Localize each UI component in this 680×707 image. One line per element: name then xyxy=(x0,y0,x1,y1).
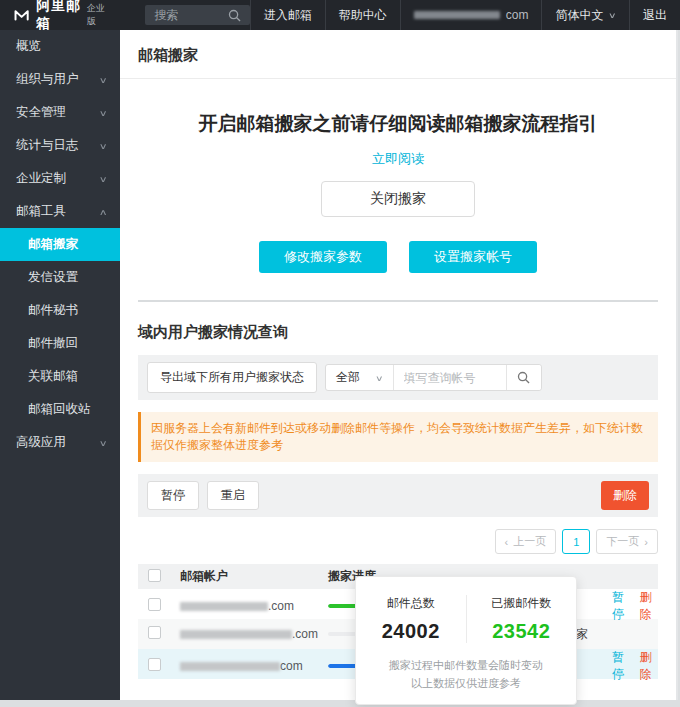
bulk-actions-bar: 暂停 重启 删除 xyxy=(138,474,658,517)
sidebar-nav: 概览组织与用户∨安全管理∨统计与日志∨企业定制∨邮箱工具∧邮箱搬家发信设置邮件秘… xyxy=(0,30,120,700)
account-cell: .com xyxy=(180,627,328,641)
modify-migration-params-button[interactable]: 修改搬家参数 xyxy=(259,241,387,273)
read-now-link[interactable]: 立即阅读 xyxy=(372,150,424,168)
redacted-email xyxy=(180,662,280,671)
filter-dropdown-value: 全部 xyxy=(336,369,360,386)
moved-mail-stat: 已搬邮件数 23542 xyxy=(466,595,577,643)
account-search-group: 全部 ∨ xyxy=(325,364,542,391)
main-content: 邮箱搬家 开启邮箱搬家之前请仔细阅读邮箱搬家流程指引 立即阅读 关闭搬家 修改搬… xyxy=(120,30,678,700)
sidebar-item-label: 邮箱工具 xyxy=(16,203,66,220)
sidebar-item-关联邮箱[interactable]: 关联邮箱 xyxy=(0,360,120,393)
pause-link[interactable]: 暂停 xyxy=(612,589,630,623)
popup-stats: 邮件总数 24002 已搬邮件数 23542 xyxy=(356,595,576,643)
pagination: ‹ 上一页 1 下一页 › xyxy=(138,529,658,554)
sidebar-item-label: 概览 xyxy=(16,38,41,55)
enter-mailbox-button[interactable]: 进入邮箱 xyxy=(250,0,325,30)
row-checkbox[interactable] xyxy=(148,658,161,671)
column-header-account: 邮箱帐户 xyxy=(180,568,328,585)
mail-m-logo-icon xyxy=(14,7,29,23)
prev-arrow-icon: ‹ xyxy=(505,536,509,548)
pause-button[interactable]: 暂停 xyxy=(147,481,199,510)
select-all-checkbox[interactable] xyxy=(148,569,161,582)
statistics-warning-banner: 因服务器上会有新邮件到达或移动删除邮件等操作，均会导致统计数据产生差异，如下统计… xyxy=(138,412,658,462)
total-mail-stat: 邮件总数 24002 xyxy=(356,595,466,643)
restart-button[interactable]: 重启 xyxy=(207,481,259,510)
set-migration-account-button[interactable]: 设置搬家帐号 xyxy=(409,241,537,273)
chevron-down-icon: ∨ xyxy=(375,373,384,382)
sidebar-item-label: 组织与用户 xyxy=(16,71,79,88)
sidebar-item-label: 安全管理 xyxy=(16,104,66,121)
delete-button[interactable]: 删除 xyxy=(601,481,649,510)
moved-mail-label: 已搬邮件数 xyxy=(467,595,577,612)
query-toolbar: 导出域下所有用户搬家状态 全部 ∨ xyxy=(138,355,658,400)
section-divider xyxy=(138,300,658,302)
sidebar-item-label: 邮箱回收站 xyxy=(28,401,91,418)
popup-note: 搬家过程中邮件数量会随时变动 以上数据仅供进度参考 xyxy=(356,656,576,692)
delete-link[interactable]: 删除 xyxy=(640,649,658,683)
chevron-down-icon: ∨ xyxy=(99,174,108,183)
query-account-input[interactable] xyxy=(394,365,506,390)
filter-dropdown[interactable]: 全部 ∨ xyxy=(326,365,394,390)
sidebar-item-label: 发信设置 xyxy=(28,269,78,286)
sidebar-item-邮箱回收站[interactable]: 邮箱回收站 xyxy=(0,393,120,426)
search-icon xyxy=(517,371,530,384)
query-search-button[interactable] xyxy=(506,365,541,390)
sidebar-item-高级应用[interactable]: 高级应用∨ xyxy=(0,426,120,459)
pause-link[interactable]: 暂停 xyxy=(612,649,630,683)
intro-heading: 开启邮箱搬家之前请仔细阅读邮箱搬家流程指引 xyxy=(120,111,676,137)
topbar: 阿里邮箱 企业版 搜索 进入邮箱 帮助中心 com 简体中文 ∨ 退出 xyxy=(0,0,680,30)
sidebar-item-统计与日志[interactable]: 统计与日志∨ xyxy=(0,129,120,162)
sidebar-item-label: 统计与日志 xyxy=(16,137,79,154)
redacted-email xyxy=(180,602,268,611)
chevron-down-icon: ∨ xyxy=(99,141,108,150)
current-page-button[interactable]: 1 xyxy=(562,529,590,554)
chevron-down-icon: ∨ xyxy=(99,108,108,117)
export-status-button[interactable]: 导出域下所有用户搬家状态 xyxy=(147,362,317,393)
mail-count-popup: 邮件总数 24002 已搬邮件数 23542 搬家过程中邮件数量会随时变动 以上… xyxy=(355,576,577,705)
sidebar-item-企业定制[interactable]: 企业定制∨ xyxy=(0,162,120,195)
account-cell: .com xyxy=(180,599,328,613)
sidebar-item-label: 邮件撤回 xyxy=(28,335,78,352)
sidebar-item-组织与用户[interactable]: 组织与用户∨ xyxy=(0,63,120,96)
chevron-up-icon: ∧ xyxy=(99,207,108,216)
sidebar-item-邮箱搬家[interactable]: 邮箱搬家 xyxy=(0,228,120,261)
close-migration-button[interactable]: 关闭搬家 xyxy=(321,181,475,217)
topbar-search[interactable]: 搜索 xyxy=(145,5,249,25)
brand-logo: 阿里邮箱 企业版 xyxy=(0,0,107,30)
app-window: 阿里邮箱 企业版 搜索 进入邮箱 帮助中心 com 简体中文 ∨ 退出 概览组织… xyxy=(0,0,680,707)
sidebar-item-label: 邮箱搬家 xyxy=(28,236,78,253)
account-email: com xyxy=(400,0,542,30)
brand-edition-badge: 企业版 xyxy=(87,2,108,28)
chevron-down-icon: ∨ xyxy=(99,75,108,84)
sidebar-item-label: 高级应用 xyxy=(16,434,66,451)
help-center-button[interactable]: 帮助中心 xyxy=(325,0,400,30)
account-cell: com xyxy=(180,659,328,673)
sidebar-item-发信设置[interactable]: 发信设置 xyxy=(0,261,120,294)
brand-name: 阿里邮箱 xyxy=(36,0,82,33)
intro-button-row: 修改搬家参数 设置搬家帐号 xyxy=(120,241,676,273)
row-checkbox[interactable] xyxy=(148,626,161,639)
logout-button[interactable]: 退出 xyxy=(629,0,680,30)
moved-mail-value: 23542 xyxy=(467,620,577,643)
chevron-down-icon: ∨ xyxy=(99,438,108,447)
next-arrow-icon: › xyxy=(644,536,648,548)
row-checkbox[interactable] xyxy=(148,598,161,611)
sidebar-item-label: 关联邮箱 xyxy=(28,368,78,385)
total-mail-value: 24002 xyxy=(356,620,466,643)
next-page-button[interactable]: 下一页 › xyxy=(596,529,658,554)
migration-intro-section: 开启邮箱搬家之前请仔细阅读邮箱搬家流程指引 立即阅读 关闭搬家 修改搬家参数 设… xyxy=(120,79,676,273)
sidebar-item-邮件秘书[interactable]: 邮件秘书 xyxy=(0,294,120,327)
search-icon xyxy=(228,9,241,22)
sidebar-item-邮箱工具[interactable]: 邮箱工具∧ xyxy=(0,195,120,228)
sidebar-item-安全管理[interactable]: 安全管理∨ xyxy=(0,96,120,129)
delete-link[interactable]: 删除 xyxy=(640,589,658,623)
redacted-email xyxy=(180,630,292,639)
sidebar-item-概览[interactable]: 概览 xyxy=(0,30,120,63)
page-title: 邮箱搬家 xyxy=(120,30,676,79)
query-section-title: 域内用户搬家情况查询 xyxy=(138,323,658,342)
sidebar-item-label: 邮件秘书 xyxy=(28,302,78,319)
prev-page-button[interactable]: ‹ 上一页 xyxy=(495,529,557,554)
sidebar-item-邮件撤回[interactable]: 邮件撤回 xyxy=(0,327,120,360)
language-selector[interactable]: 简体中文 ∨ xyxy=(541,0,629,30)
redacted-account-email xyxy=(414,11,500,19)
